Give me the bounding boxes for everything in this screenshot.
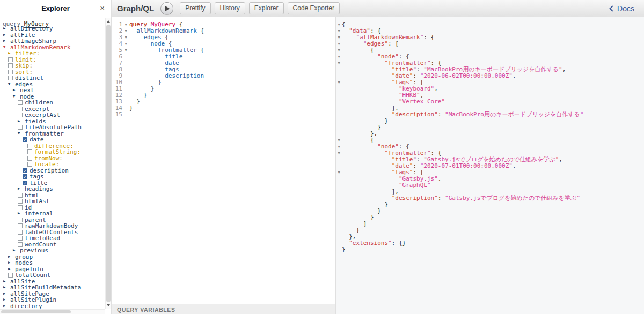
collapse-arrow-icon[interactable]: ▼ — [3, 44, 9, 50]
explorer-item-distinct[interactable]: distinct — [0, 75, 105, 81]
fold-arrow-icon[interactable]: ▼ — [336, 34, 342, 41]
collapse-arrow-icon[interactable]: ▼ — [18, 131, 24, 137]
explorer-item-html[interactable]: html — [0, 192, 105, 199]
toolbar-button-history[interactable]: History — [215, 2, 245, 14]
checkbox[interactable] — [18, 125, 23, 130]
scroll-down-icon[interactable] — [106, 303, 111, 308]
checkbox[interactable] — [8, 70, 13, 74]
explorer-item-directory[interactable]: ▶directory — [0, 303, 105, 310]
explorer-item-locale[interactable]: locale: — [0, 161, 105, 168]
fold-arrow-icon[interactable]: ▼ — [336, 169, 342, 176]
checkbox-checked[interactable] — [23, 181, 27, 185]
checkbox[interactable] — [8, 76, 13, 80]
expand-arrow-icon[interactable]: ▶ — [3, 38, 9, 44]
expand-arrow-icon[interactable]: ▶ — [3, 279, 9, 285]
expand-arrow-icon[interactable]: ▶ — [3, 297, 9, 303]
checkbox-checked[interactable] — [23, 174, 27, 179]
explorer-item-wordCount[interactable]: wordCount — [0, 242, 105, 248]
explorer-item-description[interactable]: description — [0, 168, 105, 174]
checkbox[interactable] — [27, 156, 32, 161]
explorer-item-filter[interactable]: ▶filter: — [0, 50, 105, 57]
checkbox[interactable] — [8, 273, 13, 278]
expand-arrow-icon[interactable]: ▶ — [3, 291, 9, 297]
explorer-item-internal[interactable]: ▶internal — [0, 211, 105, 217]
expand-arrow-icon[interactable]: ▶ — [3, 303, 9, 309]
checkbox-checked[interactable] — [23, 137, 27, 142]
fold-arrow-icon[interactable]: ▼ — [336, 150, 342, 156]
checkbox[interactable] — [27, 144, 32, 148]
toolbar-button-prettify[interactable]: Prettify — [180, 2, 210, 14]
checkbox[interactable] — [27, 162, 32, 167]
explorer-item-allSitePlugin[interactable]: ▶allSitePlugin — [0, 297, 105, 303]
checkbox[interactable] — [18, 100, 23, 105]
expand-arrow-icon[interactable]: ▶ — [3, 285, 9, 290]
expand-arrow-icon[interactable]: ▶ — [18, 211, 24, 216]
explorer-item-allImageSharp[interactable]: ▶allImageSharp — [0, 38, 105, 44]
explorer-item-date[interactable]: date — [0, 137, 105, 143]
explorer-item-next[interactable]: ▶next — [0, 87, 105, 94]
close-icon[interactable]: × — [100, 4, 105, 12]
explorer-item-totalCount[interactable]: totalCount — [0, 272, 105, 279]
explorer-hscrollbar[interactable] — [0, 309, 105, 314]
scroll-up-icon[interactable] — [106, 19, 111, 24]
explorer-item-headings[interactable]: ▶headings — [0, 186, 105, 192]
explorer-item-rawMarkdownBody[interactable]: rawMarkdownBody — [0, 223, 105, 229]
docs-button[interactable]: Docs — [603, 0, 644, 17]
expand-arrow-icon[interactable]: ▶ — [13, 87, 19, 93]
scrollbar-thumb[interactable] — [106, 25, 111, 302]
expand-arrow-icon[interactable]: ▶ — [13, 248, 19, 253]
checkbox[interactable] — [18, 205, 23, 210]
collapse-arrow-icon[interactable]: ▼ — [8, 81, 14, 87]
expand-arrow-icon[interactable]: ▶ — [8, 266, 14, 272]
checkbox[interactable] — [18, 236, 23, 241]
fold-arrow-icon[interactable]: ▼ — [336, 144, 342, 150]
checkbox[interactable] — [18, 218, 23, 222]
explorer-item-allSiteBuildMetadata[interactable]: ▶allSiteBuildMetadata — [0, 285, 105, 291]
explorer-item-excerptAst[interactable]: excerptAst — [0, 112, 105, 118]
explorer-item-htmlAst[interactable]: htmlAst — [0, 198, 105, 205]
expand-arrow-icon[interactable]: ▶ — [8, 50, 14, 56]
fold-arrow-icon[interactable]: ▼ — [122, 47, 129, 54]
checkbox[interactable] — [18, 107, 23, 111]
explorer-item-tags[interactable]: tags — [0, 174, 105, 180]
collapse-arrow-icon[interactable]: ▼ — [13, 94, 19, 100]
explorer-item-edges[interactable]: ▼edges — [0, 81, 105, 88]
checkbox[interactable] — [8, 63, 13, 68]
hscrollbar-thumb[interactable] — [1, 310, 71, 313]
fold-arrow-icon[interactable]: ▼ — [336, 21, 342, 28]
fold-arrow-icon[interactable]: ▼ — [336, 137, 342, 144]
fold-arrow-icon[interactable]: ▼ — [336, 54, 342, 60]
fold-arrow-icon[interactable]: ▼ — [336, 79, 342, 86]
checkbox[interactable] — [18, 113, 23, 117]
checkbox-checked[interactable] — [23, 168, 27, 173]
checkbox[interactable] — [18, 242, 23, 247]
fold-arrow-icon[interactable]: ▼ — [336, 60, 342, 66]
checkbox[interactable] — [18, 223, 23, 228]
explorer-item-formatString[interactable]: formatString: — [0, 149, 105, 155]
checkbox[interactable] — [18, 230, 23, 235]
expand-arrow-icon[interactable]: ▶ — [8, 254, 14, 260]
execute-button[interactable] — [160, 2, 173, 15]
expand-arrow-icon[interactable]: ▶ — [8, 260, 14, 266]
fold-arrow-icon[interactable]: ▼ — [122, 28, 129, 34]
expand-arrow-icon[interactable]: ▶ — [3, 32, 9, 38]
fold-arrow-icon[interactable]: ▼ — [122, 41, 129, 47]
checkbox[interactable] — [18, 199, 23, 204]
fold-arrow-icon[interactable]: ▼ — [122, 34, 129, 41]
expand-arrow-icon[interactable]: ▶ — [3, 26, 9, 32]
explorer-item-skip[interactable]: skip: — [0, 63, 105, 69]
toolbar-button-code-exporter[interactable]: Code Exporter — [288, 2, 340, 14]
explorer-item-previous[interactable]: ▶previous — [0, 248, 105, 254]
explorer-item-frontmatter[interactable]: ▼frontmatter — [0, 131, 105, 137]
fold-arrow-icon[interactable]: ▼ — [336, 47, 342, 54]
expand-arrow-icon[interactable]: ▶ — [18, 186, 24, 192]
explorer-item-children[interactable]: children — [0, 100, 105, 106]
fold-arrow-icon[interactable]: ▼ — [122, 21, 129, 28]
checkbox[interactable] — [8, 57, 13, 62]
explorer-item-allDirectory[interactable]: ▶allDirectory — [0, 26, 105, 32]
fold-arrow-icon[interactable]: ▼ — [336, 41, 342, 47]
checkbox[interactable] — [27, 149, 32, 154]
explorer-item-timeToRead[interactable]: timeToRead — [0, 235, 105, 242]
explorer-scrollbar[interactable] — [105, 18, 111, 309]
query-editor[interactable]: 1▼query MyQuery {2▼ allMarkdownRemark {3… — [112, 17, 335, 304]
